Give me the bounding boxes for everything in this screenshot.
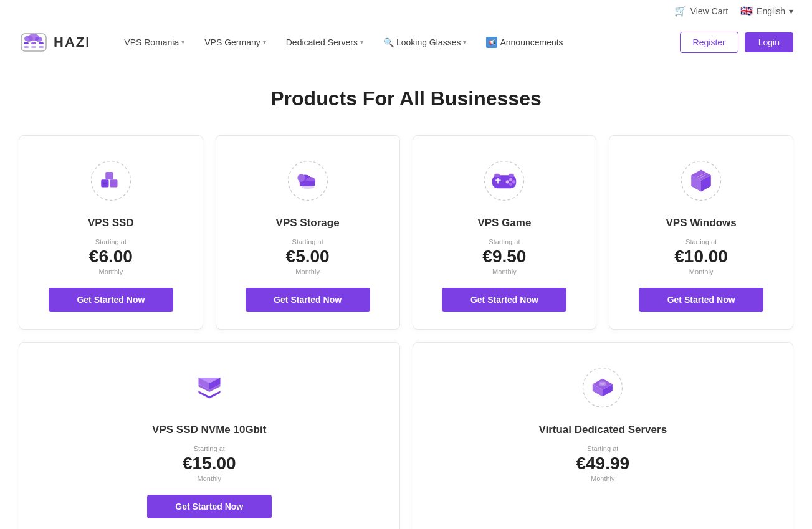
product-card-vps-game: VPS Game Starting at €9.50 Monthly Get S… [413, 135, 597, 330]
register-button[interactable]: Register [680, 32, 738, 53]
section-title: Products For All Businesses [19, 87, 793, 110]
page-content: Products For All Businesses VPS SSD Star… [0, 62, 812, 529]
search-icon: 🔍 [383, 37, 394, 47]
svg-rect-13 [105, 172, 113, 179]
product-icon-vds [578, 363, 628, 412]
get-started-vps-nvme[interactable]: Get Started Now [147, 495, 272, 518]
starting-at-vps-nvme: Starting at [194, 445, 225, 452]
nav-item-dedicated-servers[interactable]: Dedicated Servers ▾ [277, 32, 372, 52]
product-price-vps-ssd: €6.00 [89, 247, 133, 267]
svg-rect-30 [509, 174, 514, 177]
cart-icon: 🛒 [674, 5, 687, 17]
svg-rect-4 [24, 42, 29, 44]
svg-rect-5 [31, 42, 36, 44]
product-card-vps-nvme: VPS SSD NVMe 10Gbit Starting at €15.00 M… [19, 342, 400, 529]
starting-at-vps-windows: Starting at [685, 238, 717, 245]
product-icon-vps-nvme [184, 363, 234, 412]
logo-icon [19, 31, 49, 54]
nav-item-announcements[interactable]: 📢 Announcements [477, 32, 571, 53]
starting-at-vps-ssd: Starting at [95, 238, 127, 245]
product-card-vps-windows: VPS Windows Starting at €10.00 Monthly G… [609, 135, 793, 330]
nav-label-dedicated-servers: Dedicated Servers [286, 37, 358, 47]
product-name-vps-nvme: VPS SSD NVMe 10Gbit [152, 424, 266, 436]
logo-link[interactable]: HAZI [19, 31, 90, 54]
product-price-vps-windows: €10.00 [674, 247, 728, 267]
monthly-vps-storage: Monthly [295, 268, 320, 275]
product-name-vps-game: VPS Game [477, 217, 531, 229]
nav-item-vps-germany[interactable]: VPS Germany ▾ [196, 32, 274, 52]
products-grid-bottom: VPS SSD NVMe 10Gbit Starting at €15.00 M… [19, 342, 793, 529]
monthly-vps-ssd: Monthly [99, 268, 123, 275]
product-card-vps-ssd: VPS SSD Starting at €6.00 Monthly Get St… [19, 135, 203, 330]
top-bar: 🛒 View Cart 🇬🇧 English ▾ [0, 0, 812, 22]
nav-links: VPS Romania ▾ VPS Germany ▾ Dedicated Se… [115, 32, 679, 53]
svg-rect-14 [103, 183, 107, 185]
monthly-vds: Monthly [591, 475, 615, 482]
get-started-vps-game[interactable]: Get Started Now [442, 288, 566, 312]
flag-icon: 🇬🇧 [740, 7, 753, 16]
chevron-down-icon: ▾ [463, 39, 466, 45]
svg-rect-6 [39, 42, 44, 44]
nav-label-vps-germany: VPS Germany [204, 37, 260, 47]
svg-point-3 [35, 37, 42, 42]
chevron-down-icon: ▾ [360, 39, 363, 45]
product-icon-vps-windows [676, 156, 726, 206]
navbar: HAZI VPS Romania ▾ VPS Germany ▾ Dedicat… [0, 22, 812, 62]
product-price-vds: €49.99 [576, 454, 629, 474]
svg-rect-8 [31, 46, 36, 48]
svg-point-27 [513, 180, 516, 183]
language-chevron-icon: ▾ [789, 6, 793, 16]
product-card-vps-storage: VPS Storage Starting at €5.00 Monthly Ge… [216, 135, 400, 330]
starting-at-vds: Starting at [587, 445, 618, 452]
chevron-down-icon: ▾ [181, 39, 184, 45]
svg-rect-24 [497, 178, 499, 184]
monthly-vps-nvme: Monthly [197, 475, 221, 482]
product-icon-vps-game [479, 156, 529, 206]
svg-point-19 [297, 174, 305, 182]
login-button[interactable]: Login [745, 32, 793, 52]
nav-label-announcements: Announcements [500, 37, 563, 47]
nav-label-vps-romania: VPS Romania [124, 37, 179, 47]
products-grid-top: VPS SSD Starting at €6.00 Monthly Get St… [19, 135, 793, 330]
product-price-vps-storage: €5.00 [286, 247, 330, 267]
nav-item-vps-romania[interactable]: VPS Romania ▾ [115, 32, 193, 52]
nav-actions: Register Login [680, 32, 793, 53]
get-started-vps-storage[interactable]: Get Started Now [246, 288, 370, 312]
monthly-vps-game: Monthly [492, 268, 517, 275]
product-price-vps-game: €9.50 [482, 247, 526, 267]
language-label: English [757, 6, 785, 16]
starting-at-vps-storage: Starting at [292, 238, 323, 245]
product-icon-vps-storage [283, 156, 333, 206]
svg-point-20 [301, 186, 314, 189]
language-selector[interactable]: 🇬🇧 English ▾ [740, 6, 793, 16]
product-name-vps-storage: VPS Storage [276, 217, 340, 229]
svg-point-28 [509, 183, 512, 186]
announcements-icon: 📢 [486, 37, 497, 48]
get-started-vps-windows[interactable]: Get Started Now [639, 288, 763, 312]
nav-label-looking-glasses: Looking Glasses [396, 37, 461, 47]
starting-at-vps-game: Starting at [489, 238, 520, 245]
product-price-vps-nvme: €15.00 [183, 454, 236, 474]
monthly-vps-windows: Monthly [689, 268, 714, 275]
svg-rect-12 [110, 179, 117, 187]
svg-point-26 [506, 180, 509, 183]
chevron-down-icon: ▾ [263, 39, 266, 45]
svg-rect-50 [601, 383, 605, 385]
svg-rect-29 [495, 174, 500, 177]
product-name-vds: Virtual Dedicated Servers [538, 424, 667, 436]
svg-marker-38 [198, 391, 220, 398]
view-cart-link[interactable]: 🛒 View Cart [674, 5, 728, 17]
product-name-vps-ssd: VPS SSD [88, 217, 134, 229]
logo-text: HAZI [54, 34, 90, 50]
product-card-vds: Virtual Dedicated Servers Starting at €4… [413, 342, 794, 529]
product-name-vps-windows: VPS Windows [666, 217, 737, 229]
svg-point-25 [509, 178, 512, 181]
product-icon-vps-ssd [86, 156, 136, 206]
cart-label: View Cart [690, 6, 728, 16]
svg-rect-7 [24, 46, 29, 48]
get-started-vps-ssd[interactable]: Get Started Now [49, 288, 173, 312]
svg-rect-9 [39, 46, 44, 48]
nav-item-looking-glasses[interactable]: 🔍 Looking Glasses ▾ [375, 32, 475, 52]
